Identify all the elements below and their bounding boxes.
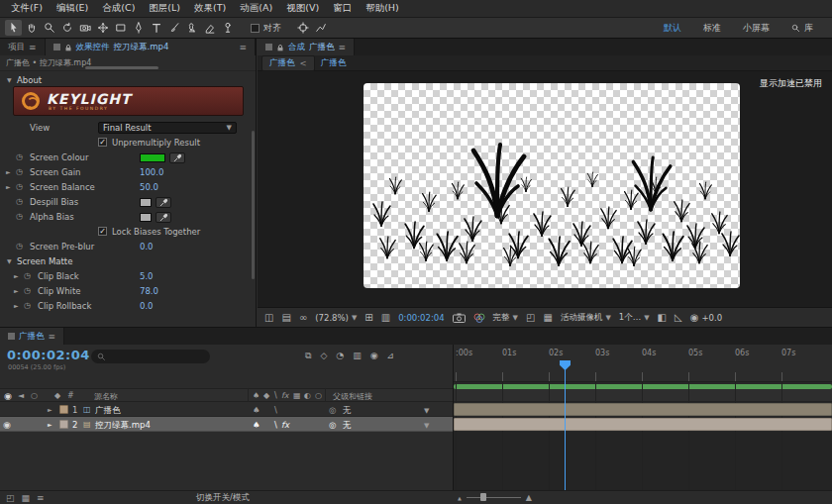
twirl-right-icon[interactable]: ► xyxy=(6,168,11,175)
menu-window[interactable]: 窗口 xyxy=(326,2,359,15)
transparency-grid-icon[interactable]: ▦ xyxy=(543,313,552,323)
current-time-field[interactable]: 0:00:02:04 xyxy=(7,348,90,362)
stopwatch-icon[interactable]: ◷ xyxy=(16,182,23,191)
screen-colour-swatch[interactable] xyxy=(140,153,165,162)
twirl-right-icon[interactable]: ► xyxy=(6,183,11,190)
twirl-right-icon[interactable]: ► xyxy=(14,302,19,309)
snap-control[interactable]: 对齐 xyxy=(251,22,281,35)
layer-name[interactable]: 广播色 xyxy=(95,405,121,417)
playhead-line[interactable] xyxy=(565,360,566,490)
tab-composition[interactable]: 合成 广播色 ≡ xyxy=(258,39,355,55)
panel-menu-icon[interactable]: ≡ xyxy=(239,43,247,52)
clip-rollback-value[interactable]: 0.0 xyxy=(140,301,154,311)
comp-crumb-current[interactable]: 广播色 < xyxy=(261,55,315,71)
parent-select-value[interactable]: 无 xyxy=(343,420,352,432)
timeline-zoom-slider[interactable]: ▲ ▲ xyxy=(458,493,532,502)
puppet-pin-tool-button[interactable] xyxy=(219,20,236,36)
grid-guides-icon[interactable]: ⊞ xyxy=(364,313,372,323)
stopwatch-icon[interactable]: ◷ xyxy=(16,212,23,221)
layer-color-chip[interactable] xyxy=(59,405,68,414)
shape-tool-button[interactable] xyxy=(112,20,129,36)
menu-edit[interactable]: 编辑(E) xyxy=(50,2,95,15)
display-icon[interactable]: ▤ xyxy=(281,313,290,323)
menu-animation[interactable]: 动画(A) xyxy=(233,2,279,15)
axis-mode-button-1[interactable] xyxy=(294,20,311,36)
menu-layer[interactable]: 图层(L) xyxy=(142,2,187,15)
twirl-down-icon[interactable]: ▼ xyxy=(7,257,12,264)
library-workspace[interactable]: 库 xyxy=(791,22,813,35)
rotate-tool-button[interactable] xyxy=(58,20,75,36)
exposure-control[interactable]: ◉ +0.0 xyxy=(690,313,722,323)
parent-select-value[interactable]: 无 xyxy=(343,405,352,417)
axis-mode-button-2[interactable] xyxy=(312,20,329,36)
effect-row-about[interactable]: ▼ About xyxy=(0,73,250,87)
hide-shy-icon[interactable]: ◔ xyxy=(336,351,344,361)
despill-bias-swatch[interactable] xyxy=(140,198,152,207)
zoom-slider-track[interactable] xyxy=(467,497,521,498)
zoom-tool-button[interactable] xyxy=(41,20,57,36)
chevron-down-icon[interactable]: ▼ xyxy=(424,422,429,430)
timeline-search-input[interactable] xyxy=(91,350,210,363)
ruler-icon[interactable]: ▥ xyxy=(381,313,390,323)
snap-checkbox[interactable] xyxy=(251,24,260,33)
stopwatch-icon[interactable]: ◷ xyxy=(24,286,31,295)
tab-project[interactable]: 项目 ≡ xyxy=(0,39,46,55)
zoom-slider-thumb[interactable] xyxy=(480,493,486,501)
pickwhip-icon[interactable]: ◎ xyxy=(329,405,336,415)
share-view-icon[interactable]: ◧ xyxy=(658,313,667,323)
time-ruler[interactable]: :00s 01s 02s 03s 04s 05s 06s 07s xyxy=(454,345,832,382)
screen-preblur-value[interactable]: 0.0 xyxy=(140,242,154,252)
eyedropper-button[interactable] xyxy=(156,212,171,223)
layer-row-1[interactable]: ► 1 ◫ 广播色 ♠ \ ◎ 无 ▼ xyxy=(0,402,453,417)
layer-color-chip[interactable] xyxy=(59,420,68,429)
preview-monitor-icon[interactable]: ◫ xyxy=(264,313,273,323)
eyedropper-button[interactable] xyxy=(169,152,185,163)
snapshot-camera-icon[interactable] xyxy=(453,313,466,323)
menu-effect[interactable]: 效果(T) xyxy=(187,2,233,15)
menu-composition[interactable]: 合成(C) xyxy=(95,2,142,15)
viewer-timecode[interactable]: 0:00:02:04 xyxy=(398,313,444,323)
horizontal-scrollbar[interactable] xyxy=(85,66,158,69)
camera-select[interactable]: 活动摄像机 ▼ xyxy=(561,312,611,324)
twirl-right-icon[interactable]: ► xyxy=(48,421,52,428)
stopwatch-icon[interactable]: ◷ xyxy=(16,152,23,161)
panel-menu-icon[interactable]: ≡ xyxy=(339,43,347,52)
pixel-aspect-icon[interactable]: ◺ xyxy=(675,313,682,323)
eraser-tool-button[interactable] xyxy=(201,20,218,36)
twirl-right-icon[interactable]: ► xyxy=(14,287,19,294)
view-dropdown[interactable]: Final Result ▼ xyxy=(98,122,237,134)
zoom-out-mountain-icon[interactable]: ▲ xyxy=(458,495,462,501)
clip-white-value[interactable]: 78.0 xyxy=(140,286,158,296)
layer-name[interactable]: 控刀绿幕.mp4 xyxy=(95,420,151,432)
type-tool-button[interactable] xyxy=(148,20,164,36)
loop-icon[interactable]: ∞ xyxy=(299,313,307,323)
magnification-select[interactable]: (72.8%) ▼ xyxy=(315,313,357,323)
shy-toggle[interactable]: ♠ xyxy=(253,420,260,430)
fx-badge[interactable]: fx xyxy=(281,420,289,430)
panel-menu-icon[interactable]: ≡ xyxy=(49,332,56,342)
view-layout-select[interactable]: 1个… ▼ xyxy=(619,312,650,324)
pan-behind-tool-button[interactable] xyxy=(94,20,111,36)
clip-black-value[interactable]: 5.0 xyxy=(140,271,154,281)
draft-3d-icon[interactable]: ◇ xyxy=(320,351,327,361)
layer-row-2[interactable]: ◉ ► 2 ▤ 控刀绿幕.mp4 ♠ \ fx ◎ 无 ▼ xyxy=(0,417,453,432)
brush-tool-button[interactable] xyxy=(165,20,182,36)
twirl-down-icon[interactable]: ▼ xyxy=(7,76,12,83)
stopwatch-icon[interactable]: ◷ xyxy=(16,197,23,206)
region-of-interest-icon[interactable]: ◰ xyxy=(526,313,535,323)
show-channel-icon[interactable] xyxy=(473,313,485,323)
vertical-scrollbar[interactable] xyxy=(252,131,255,279)
render-time-icon[interactable]: ▦ xyxy=(22,493,31,503)
unpremultiply-checkbox[interactable]: ✓ xyxy=(98,138,107,147)
eyedropper-button[interactable] xyxy=(156,197,171,208)
lock-biases-checkbox[interactable]: ✓ xyxy=(98,227,107,236)
hand-tool-button[interactable] xyxy=(23,20,40,36)
motion-blur-icon[interactable]: ◉ xyxy=(370,351,378,361)
chevron-down-icon[interactable]: ▼ xyxy=(424,407,429,415)
twirl-right-icon[interactable]: ► xyxy=(14,272,19,279)
composition-marker-icon[interactable]: ≡ xyxy=(37,493,45,503)
comp-mini-flowchart-icon[interactable]: ⧉ xyxy=(305,351,311,361)
timeline-track-area[interactable]: :00s 01s 02s 03s 04s 05s 06s 07s xyxy=(454,345,832,490)
toggle-switches-modes-button[interactable]: 切换开关/模式 xyxy=(149,492,297,504)
graph-editor-icon[interactable]: ⊿ xyxy=(387,351,395,361)
